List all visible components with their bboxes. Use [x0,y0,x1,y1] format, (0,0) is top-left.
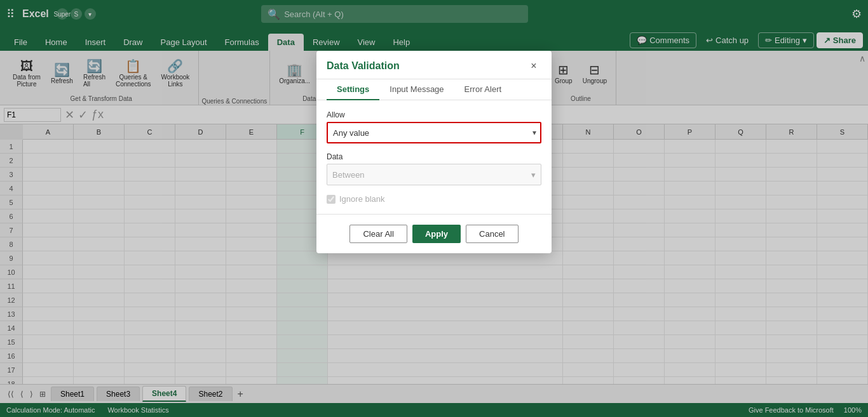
allow-label: Allow [327,110,541,119]
tab-settings[interactable]: Settings [327,79,379,100]
tab-error-alert[interactable]: Error Alert [454,79,512,100]
modal-footer: Clear All Apply Cancel [316,214,552,253]
modal-close-button[interactable]: × [526,58,541,74]
modal-title: Data Validation [327,60,400,72]
data-value: Between [332,170,365,180]
ignore-blank-checkbox[interactable] [327,195,336,204]
modal-tabs: Settings Input Message Error Alert [316,79,552,100]
cancel-button[interactable]: Cancel [466,225,518,243]
data-select-disabled: Between ▾ [327,164,541,185]
data-validation-modal: Data Validation × Settings Input Message… [316,51,552,253]
ignore-blank-label: Ignore blank [339,194,385,204]
data-field: Data Between ▾ [327,152,541,185]
data-label: Data [327,152,541,161]
ignore-blank-row: Ignore blank [327,194,541,204]
tab-input-message[interactable]: Input Message [379,79,454,100]
data-chevron-icon: ▾ [531,170,536,180]
allow-select-wrapper: Any value Whole number Decimal List Date… [327,122,541,143]
allow-field: Allow Any value Whole number Decimal Lis… [327,110,541,143]
modal-body: Allow Any value Whole number Decimal Lis… [316,100,552,214]
modal-header: Data Validation × [316,51,552,79]
clear-all-button[interactable]: Clear All [349,225,407,243]
apply-button[interactable]: Apply [412,225,461,243]
modal-overlay: Data Validation × Settings Input Message… [0,0,868,417]
allow-select[interactable]: Any value Whole number Decimal List Date… [327,122,541,143]
